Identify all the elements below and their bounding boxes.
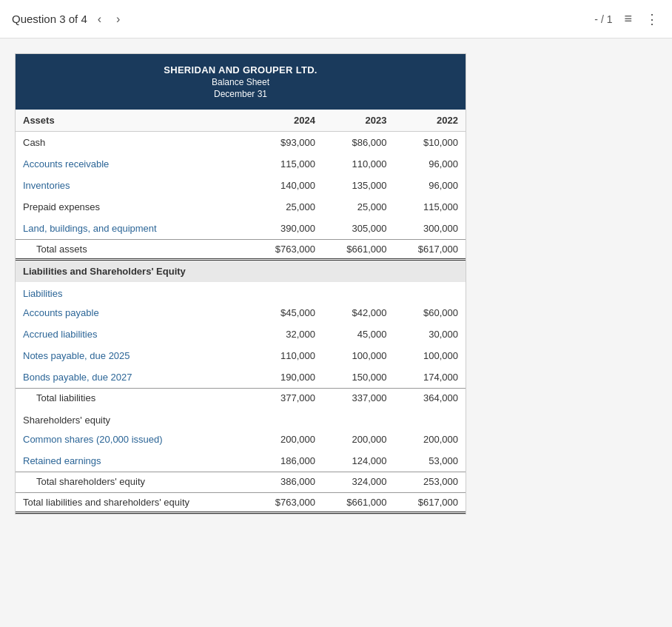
retained-earnings-label: Retained earnings <box>16 450 252 472</box>
question-label: Question 3 of 4 <box>12 13 87 25</box>
retained-2023: 124,000 <box>323 450 394 472</box>
cash-label: Cash <box>16 132 252 154</box>
table-row: Prepaid expenses 25,000 25,000 115,000 <box>16 196 466 218</box>
total-assets-label: Total assets <box>16 240 252 260</box>
ar-label: Accounts receivable <box>16 153 252 175</box>
ppe-2023: 305,000 <box>323 218 394 240</box>
bonds-2024: 190,000 <box>252 366 323 389</box>
col-2023-header: 2023 <box>323 110 394 132</box>
total-equity-2022: 253,000 <box>394 472 466 493</box>
table-row: Common shares (20,000 issued) 200,000 20… <box>16 429 466 450</box>
cash-2023: $86,000 <box>323 132 394 154</box>
ppe-2024: 390,000 <box>252 218 323 240</box>
ar-2022: 96,000 <box>394 153 466 175</box>
ap-2022: $60,000 <box>394 302 466 323</box>
inv-2023: 135,000 <box>323 175 394 196</box>
total-assets-2024: $763,000 <box>252 240 323 260</box>
table-row: Accrued liabilities 32,000 45,000 30,000 <box>16 323 466 345</box>
cash-2024: $93,000 <box>252 132 323 154</box>
table-row: Cash $93,000 $86,000 $10,000 <box>16 132 466 154</box>
liabilities-sublabel: Liabilities <box>16 282 466 302</box>
accrued-2023: 45,000 <box>323 323 394 345</box>
top-bar-left: Question 3 of 4 ‹ › <box>12 11 124 27</box>
column-header-row: Assets 2024 2023 2022 <box>16 110 466 132</box>
liabilities-subsection-row: Liabilities <box>16 282 466 302</box>
prepaid-2023: 25,000 <box>323 196 394 218</box>
inv-2022: 96,000 <box>394 175 466 196</box>
total-equity-2024: 386,000 <box>252 472 323 493</box>
inv-label: Inventories <box>16 175 252 196</box>
liabilities-section-row: Liabilities and Shareholders' Equity <box>16 260 466 283</box>
accrued-2024: 32,000 <box>252 323 323 345</box>
ar-2023: 110,000 <box>323 153 394 175</box>
total-equity-2023: 324,000 <box>323 472 394 493</box>
col-assets-header: Assets <box>16 110 252 132</box>
total-assets-2023: $661,000 <box>323 240 394 260</box>
prepaid-2024: 25,000 <box>252 196 323 218</box>
total-assets-2022: $617,000 <box>394 240 466 260</box>
table-row: Land, buildings, and equipment 390,000 3… <box>16 218 466 240</box>
notes-2023: 100,000 <box>323 345 394 366</box>
notes-2024: 110,000 <box>252 345 323 366</box>
ar-2024: 115,000 <box>252 153 323 175</box>
total-liabilities-equity-row: Total liabilities and shareholders' equi… <box>16 493 466 513</box>
shareholders-equity-label: Shareholders' equity <box>16 409 466 429</box>
total-equity-label: Total shareholders' equity <box>16 472 252 493</box>
accrued-label: Accrued liabilities <box>16 323 252 345</box>
col-2024-header: 2024 <box>252 110 323 132</box>
table-row: Accounts payable $45,000 $42,000 $60,000 <box>16 302 466 323</box>
page-content: SHERIDAN AND GROUPER LTD. Balance Sheet … <box>0 38 474 529</box>
next-button[interactable]: › <box>112 11 124 27</box>
balance-sheet: SHERIDAN AND GROUPER LTD. Balance Sheet … <box>15 53 466 514</box>
top-bar-right: - / 1 ≡ ⋮ <box>594 10 660 29</box>
ap-label: Accounts payable <box>16 302 252 323</box>
more-icon-button[interactable]: ⋮ <box>644 10 660 29</box>
ap-2023: $42,000 <box>323 302 394 323</box>
common-shares-2023: 200,000 <box>323 429 394 450</box>
table-row: Accounts receivable 115,000 110,000 96,0… <box>16 153 466 175</box>
common-shares-2022: 200,000 <box>394 429 466 450</box>
list-icon-button[interactable]: ≡ <box>622 10 634 28</box>
page-indicator: - / 1 <box>594 13 612 25</box>
col-2022-header: 2022 <box>394 110 466 132</box>
report-type: Balance Sheet <box>23 77 458 87</box>
prepaid-2022: 115,000 <box>394 196 466 218</box>
table-row: Bonds payable, due 2027 190,000 150,000 … <box>16 366 466 389</box>
retained-2022: 53,000 <box>394 450 466 472</box>
ppe-2022: 300,000 <box>394 218 466 240</box>
notes-label: Notes payable, due 2025 <box>16 345 252 366</box>
company-name: SHERIDAN AND GROUPER LTD. <box>23 64 458 76</box>
prepaid-label: Prepaid expenses <box>16 196 252 218</box>
liabilities-section-label: Liabilities and Shareholders' Equity <box>16 260 466 283</box>
total-liabilities-equity-2022: $617,000 <box>394 493 466 513</box>
total-liabilities-equity-label: Total liabilities and shareholders' equi… <box>16 493 252 513</box>
report-date: December 31 <box>23 89 458 99</box>
ap-2024: $45,000 <box>252 302 323 323</box>
total-liabilities-2022: 364,000 <box>394 389 466 409</box>
bonds-2023: 150,000 <box>323 366 394 389</box>
bonds-2022: 174,000 <box>394 366 466 389</box>
cash-2022: $10,000 <box>394 132 466 154</box>
top-bar: Question 3 of 4 ‹ › - / 1 ≡ ⋮ <box>0 0 672 38</box>
accrued-2022: 30,000 <box>394 323 466 345</box>
shareholders-equity-row: Shareholders' equity <box>16 409 466 429</box>
total-equity-row: Total shareholders' equity 386,000 324,0… <box>16 472 466 493</box>
bs-header: SHERIDAN AND GROUPER LTD. Balance Sheet … <box>16 54 466 110</box>
total-liabilities-2023: 337,000 <box>323 389 394 409</box>
total-liabilities-row: Total liabilities 377,000 337,000 364,00… <box>16 389 466 409</box>
table-row: Inventories 140,000 135,000 96,000 <box>16 175 466 196</box>
retained-2024: 186,000 <box>252 450 323 472</box>
total-liabilities-equity-2023: $661,000 <box>323 493 394 513</box>
ppe-label: Land, buildings, and equipment <box>16 218 252 240</box>
notes-2022: 100,000 <box>394 345 466 366</box>
table-row: Notes payable, due 2025 110,000 100,000 … <box>16 345 466 366</box>
common-shares-label: Common shares (20,000 issued) <box>16 429 252 450</box>
inv-2024: 140,000 <box>252 175 323 196</box>
table-row: Retained earnings 186,000 124,000 53,000 <box>16 450 466 472</box>
balance-sheet-table: Assets 2024 2023 2022 Cash $93,000 $86,0… <box>16 110 466 514</box>
prev-button[interactable]: ‹ <box>93 11 106 27</box>
total-liabilities-equity-2024: $763,000 <box>252 493 323 513</box>
total-liabilities-label: Total liabilities <box>16 389 252 409</box>
total-liabilities-2024: 377,000 <box>252 389 323 409</box>
common-shares-2024: 200,000 <box>252 429 323 450</box>
